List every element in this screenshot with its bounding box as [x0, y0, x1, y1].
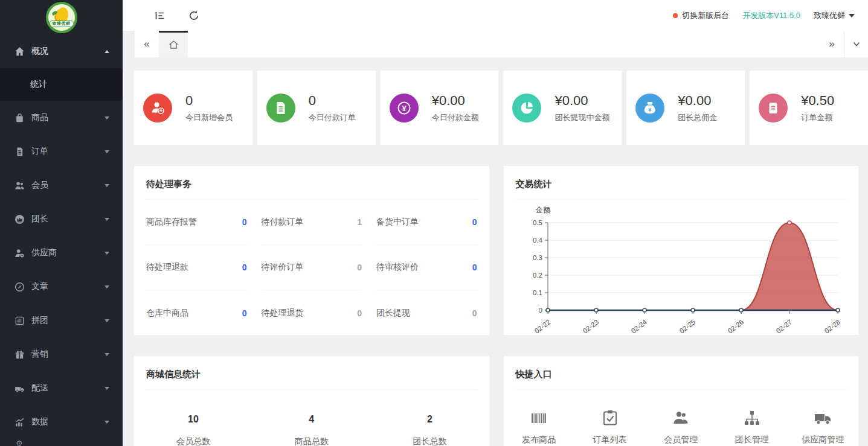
tabs-dropdown-button[interactable] — [844, 31, 868, 57]
quick-entry-leader-mgmt[interactable]: 团长管理 — [716, 408, 788, 445]
pending-panel: 待处理事务 商品库存报警0 待付款订单1 备货中订单0 待处理退款0 待评价订单… — [134, 166, 489, 335]
chevron-down-icon — [104, 218, 109, 221]
tabs-scroll-left-button[interactable]: « — [135, 31, 159, 57]
svg-text:02-27: 02-27 — [774, 318, 793, 334]
sidebar-item-label: 商品 — [31, 112, 48, 123]
pending-item[interactable]: 待审核评价0 — [376, 245, 477, 290]
stat-label: 今日付款金额 — [432, 112, 479, 123]
quick-entry-row: 发布商品 订单列表 会员管理 — [504, 408, 859, 445]
sidebar-item-label: 营销 — [31, 349, 48, 360]
pending-item[interactable]: 商品库存报警0 — [146, 200, 247, 245]
chevron-up-icon — [104, 50, 109, 53]
pending-item[interactable]: 待处理退货0 — [262, 290, 362, 336]
svg-text:02-22: 02-22 — [533, 318, 551, 334]
svg-text:02-28: 02-28 — [823, 318, 841, 334]
member-icon — [646, 408, 717, 427]
chevron-down-icon — [104, 150, 109, 153]
truck-icon — [14, 383, 25, 393]
sidebar-toggle-icon[interactable] — [154, 10, 166, 22]
chevron-down-icon — [104, 387, 109, 390]
chevron-down-icon — [104, 353, 109, 356]
sidebar-item-label: 会员 — [31, 180, 48, 191]
chevron-down-icon — [104, 421, 109, 424]
mall-stat-leaders: 2 团长总数 — [371, 414, 489, 446]
pending-item[interactable]: 待处理退款0 — [146, 245, 247, 290]
chevron-down-icon — [104, 184, 109, 187]
stat-card-leader-commission[interactable]: ¥ ¥0.00 团长总佣金 — [626, 71, 745, 145]
panel-title: 待处理事务 — [134, 166, 489, 199]
stat-card-order-amount[interactable]: ¥0.50 订单金额 — [750, 71, 868, 145]
sidebar-item-marketing[interactable]: 营销 — [0, 337, 123, 371]
quick-entry-member-mgmt[interactable]: 会员管理 — [646, 408, 717, 445]
transaction-chart: 00.10.20.30.40.502-2202-2302-2402-2502-2… — [519, 205, 848, 334]
stat-label: 团长总佣金 — [678, 112, 717, 123]
stat-label: 团长提现中金额 — [555, 112, 609, 123]
supplier-icon — [14, 248, 25, 258]
sidebar-item-overview[interactable]: 概况 — [0, 34, 123, 68]
tab-spacer — [123, 31, 135, 57]
pie-icon — [512, 94, 541, 123]
sidebar-item-group-buy[interactable]: 拼 拼团 — [0, 304, 123, 337]
switch-new-admin-link[interactable]: 切换新版后台 — [673, 10, 729, 21]
pending-item[interactable]: 仓库中商品0 — [146, 290, 247, 336]
sidebar-item-data[interactable]: 数据 — [0, 405, 123, 439]
refresh-icon[interactable] — [188, 10, 200, 22]
chevron-down-icon — [852, 40, 861, 48]
stat-card-paid-orders[interactable]: 0 今日付款订单 — [257, 71, 376, 145]
sidebar-item-members[interactable]: 会员 — [0, 168, 123, 202]
sidebar-item-supplier[interactable]: 供应商 — [0, 236, 123, 270]
switch-new-admin-label: 切换新版后台 — [682, 10, 729, 21]
sidebar-item-orders[interactable]: 订单 — [0, 135, 123, 168]
quick-entry-order-list[interactable]: 订单列表 — [574, 408, 646, 445]
chevron-down-icon — [104, 252, 109, 255]
sidebar-item-label: 供应商 — [31, 247, 57, 258]
stat-label: 今日付款订单 — [309, 112, 356, 123]
tabs-scroll-right-button[interactable]: » — [820, 31, 844, 57]
bill-icon — [759, 94, 788, 123]
sitemap-icon — [716, 408, 788, 427]
panel-title: 商城信息统计 — [134, 356, 489, 389]
bag-icon — [14, 113, 25, 123]
sidebar-item-goods[interactable]: 商品 — [0, 101, 123, 135]
sidebar-item-statistics[interactable]: 统计 — [0, 68, 123, 101]
yen-coin-icon: ¥ — [390, 94, 419, 123]
stat-card-paid-amount[interactable]: ¥ ¥0.00 今日付款金额 — [381, 71, 499, 145]
stat-value: 0 — [309, 93, 356, 109]
chevron-down-icon — [104, 116, 109, 119]
quick-entry-panel: 快捷入口 发布商品 订单列表 — [504, 356, 859, 446]
chevron-down-icon — [104, 319, 109, 322]
sidebar-item-label: 数据 — [31, 416, 48, 427]
divider — [146, 389, 477, 390]
pending-item[interactable]: 备货中订单0 — [376, 200, 477, 245]
sidebar-item-group-leader[interactable]: 团长 — [0, 202, 123, 236]
document-icon — [14, 147, 25, 157]
pending-item[interactable]: 待评价订单0 — [262, 245, 362, 290]
home-outline-icon — [169, 40, 179, 50]
dashboard-content: 0 今日新增会员 0 今日付款订单 ¥ — [123, 57, 868, 446]
stat-label: 订单金额 — [801, 112, 834, 123]
sidebar-item-delivery[interactable]: 配送 — [0, 371, 123, 405]
sidebar-item-articles[interactable]: 文章 — [0, 270, 123, 304]
pending-item[interactable]: 团长提现0 — [376, 290, 477, 336]
tab-home[interactable] — [159, 31, 188, 57]
gear-icon: ⚙ — [16, 439, 23, 446]
version-link[interactable]: 开发版本V11.5.0 — [742, 10, 800, 21]
stat-card-new-members[interactable]: 0 今日新增会员 — [134, 71, 252, 145]
middle-row: 待处理事务 商品库存报警0 待付款订单1 备货中订单0 待处理退款0 待评价订单… — [134, 166, 858, 335]
svg-text:02-24: 02-24 — [629, 318, 648, 334]
svg-text:02-23: 02-23 — [581, 318, 600, 334]
tabs-strip — [188, 31, 820, 57]
quick-entry-supplier-mgmt[interactable]: 供应商管理 — [788, 408, 859, 445]
stat-value: ¥0.50 — [801, 93, 834, 109]
sidebar-item-label: 文章 — [31, 281, 48, 292]
panel-title: 交易统计 — [504, 166, 859, 199]
pending-item[interactable]: 待付款订单1 — [262, 200, 362, 245]
quick-entry-publish-goods[interactable]: 发布商品 — [504, 408, 575, 445]
stat-card-leader-withdrawing[interactable]: ¥0.00 团长提现中金额 — [503, 71, 622, 145]
sidebar: 致臻优鲜 概况 统计 商品 — [0, 0, 123, 446]
account-menu[interactable]: 致臻优鲜 — [814, 10, 855, 21]
clipboard-check-icon — [574, 408, 646, 427]
bottom-row: 商城信息统计 10 会员总数 4 商品总数 2 团长总数 — [134, 356, 858, 446]
brand-logo[interactable]: 致臻优鲜 — [0, 0, 123, 34]
red-dot-icon — [673, 13, 678, 18]
